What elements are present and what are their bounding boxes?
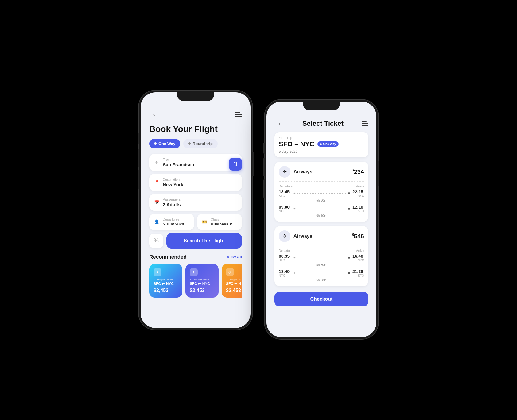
trip-label: Your Trip	[279, 136, 364, 140]
checkout-button[interactable]: Checkout	[274, 292, 368, 306]
dot-2-2	[348, 272, 350, 274]
coupon-button[interactable]: %	[149, 234, 163, 248]
rec-route-3: SFC ⇌ N	[226, 282, 242, 286]
badge-dot	[320, 143, 322, 145]
flight-labels-1: Departure Arrive	[279, 185, 364, 188]
trip-badge: One Way	[317, 141, 338, 147]
tab-one-way[interactable]: One Way	[149, 139, 180, 148]
airline-name-1: Airways	[293, 169, 312, 175]
calendar-icon: 📅	[154, 200, 160, 205]
phone-1: ‹ Book Your Flight One Way	[139, 91, 252, 330]
arr-col-2-1: 16.40 NYC	[352, 254, 364, 262]
phone-2: ‹ Select Ticket Your Trip SFO – NYC	[265, 100, 378, 339]
ticket-card-1[interactable]: ✈ Airways $234 Departure Arrive	[274, 162, 368, 222]
duration-2-2: 5h 58m	[279, 279, 364, 282]
passengers-content: Passengers 2 Adults	[163, 198, 238, 207]
price-currency-1: $	[352, 168, 354, 172]
arr-col-2-2: 21.38 SFO	[352, 269, 364, 277]
trip-route: SFO – NYC	[279, 140, 314, 148]
mute-button[interactable]	[138, 133, 139, 144]
price-value-2: 546	[354, 233, 364, 239]
arr-col-1-1: 22.15 NYC	[352, 189, 364, 198]
p2-header: ‹ Select Ticket	[274, 116, 368, 132]
trip-badge-text: One Way	[323, 142, 336, 146]
ticket-2-top: ✈ Airways $546	[279, 230, 364, 242]
rec-card-1[interactable]: ✈ 17 August 2020 SFC ⇌ NYC $2,453	[149, 264, 182, 298]
menu-line-2-1	[362, 121, 367, 122]
class-value: Business ∨	[211, 222, 238, 226]
rec-card-2[interactable]: ✈ 17 August 2020 SFC ⇌ NYC $2,453	[185, 264, 219, 298]
rec-route-1: SFC ⇌ NYC	[154, 282, 178, 286]
back-button[interactable]: ‹	[149, 110, 159, 119]
dep-code-2-1: SFO	[279, 259, 290, 262]
swap-button[interactable]: ⇅	[229, 158, 242, 171]
dep-time-2-1: 08.35	[279, 254, 290, 259]
airline-row-2: ✈ Airways	[279, 230, 312, 242]
dot-1-1	[348, 192, 350, 194]
plane-icon-1-2: ✈	[293, 207, 296, 211]
menu-line-3	[235, 116, 242, 117]
dep-time-2-2: 18.40	[279, 269, 290, 274]
dep-col-1-2: 09.00 NFC	[279, 205, 290, 213]
ticket-2-price: $546	[352, 233, 364, 240]
departures-label: Departures	[163, 218, 190, 221]
dots-1-1	[297, 193, 347, 194]
view-all-link[interactable]: View All	[227, 255, 242, 259]
volume-down-button[interactable]	[138, 170, 139, 189]
dep-label-1: Departure	[279, 185, 292, 188]
back-button-2[interactable]: ‹	[274, 119, 284, 129]
passengers-field[interactable]: 📅 Passengers 2 Adults	[149, 194, 242, 211]
notch-2	[303, 102, 340, 110]
search-flight-button[interactable]: Search The Flight	[166, 233, 242, 249]
flight-line-2-1: ✈	[292, 256, 351, 260]
arr-code-1-1: NYC	[358, 194, 364, 198]
class-label: Class	[211, 218, 238, 221]
volume-up-button[interactable]	[138, 149, 139, 167]
departures-field[interactable]: 👤 Departures 5 July 2020	[149, 214, 194, 230]
book-flight-screen: ‹ Book Your Flight One Way	[142, 106, 249, 326]
from-dest-wrapper: ✈ From San Francisco ⇅ 📍 Destination New…	[149, 154, 242, 191]
from-field[interactable]: ✈ From San Francisco	[149, 154, 242, 171]
passengers-value: 2 Adults	[163, 202, 238, 207]
volume-up-button-2[interactable]	[263, 158, 265, 176]
recommended-title: Recommended	[149, 254, 187, 260]
menu-line-2-2	[362, 123, 368, 124]
ticket-1-top: ✈ Airways $234	[279, 166, 364, 178]
flight-block-2: Departure Arrive 08.35 SFO ✈	[279, 249, 364, 282]
departures-content: Departures 5 July 2020	[163, 218, 190, 226]
rec-date-3: 17 August 2020	[226, 278, 242, 281]
dest-value: New York	[163, 182, 238, 187]
plane-icon-2-1: ✈	[293, 256, 296, 260]
phone-2-screen: ‹ Select Ticket Your Trip SFO – NYC	[266, 102, 376, 337]
flight-row-2-1: 08.35 SFO ✈ 16.40 NYC	[279, 254, 364, 262]
rec-card-3[interactable]: ✈ 17 August 2020 SFC ⇌ N $2,453	[222, 264, 242, 298]
menu-button[interactable]	[235, 112, 242, 117]
p2-page-title: Select Ticket	[284, 120, 362, 128]
power-button-2[interactable]	[378, 161, 379, 186]
destination-field[interactable]: 📍 Destination New York	[149, 174, 242, 191]
ticket-card-2[interactable]: ✈ Airways $546 Departure Arrive	[274, 226, 368, 286]
volume-down-button-2[interactable]	[263, 179, 265, 198]
price-value-1: 234	[354, 168, 364, 175]
tab-one-way-label: One Way	[158, 141, 175, 146]
flight-row-1-2: 09.00 NFC ✈ 12.10 SFO	[279, 205, 364, 213]
recommended-header: Recommended View All	[149, 254, 242, 260]
tab-dot-round-trip	[188, 142, 191, 145]
tab-round-trip[interactable]: Round trip	[183, 139, 218, 148]
mute-button-2[interactable]	[263, 143, 265, 154]
airline-name-2: Airways	[293, 233, 312, 239]
phone-1-screen: ‹ Book Your Flight One Way	[141, 92, 251, 328]
tab-round-trip-label: Round trip	[192, 141, 213, 146]
menu-line-2-3	[362, 125, 368, 126]
arr-code-2-2: SFO	[358, 274, 364, 277]
class-field[interactable]: 🎫 Class Business ∨	[197, 214, 242, 230]
duration-1-1: 5h 30m	[279, 199, 364, 202]
power-button[interactable]	[252, 152, 254, 176]
divider-1	[279, 181, 364, 182]
trip-info: Your Trip SFO – NYC One Way 5 July 2020	[274, 132, 368, 157]
menu-button-2[interactable]	[362, 121, 368, 126]
trip-type-tabs: One Way Round trip	[149, 139, 242, 148]
dep-code-2-2: NYC	[279, 274, 290, 277]
from-content: From San Francisco	[163, 158, 238, 167]
notch	[177, 92, 214, 101]
